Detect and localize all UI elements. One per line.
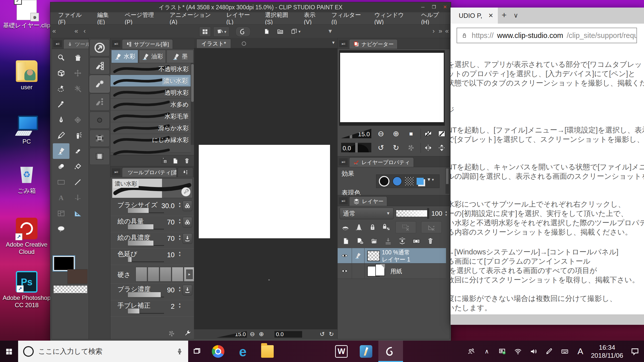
- hardness-step[interactable]: [172, 267, 183, 282]
- layer-color-icon[interactable]: [417, 178, 424, 185]
- reset-all-icon[interactable]: [167, 329, 176, 338]
- dock-palette-button[interactable]: [90, 94, 110, 111]
- main-color-swatch[interactable]: [53, 256, 74, 271]
- canvas-page[interactable]: [199, 145, 330, 238]
- layer-row[interactable]: 用紙: [338, 263, 446, 279]
- taskbar-app-button[interactable]: [354, 341, 378, 362]
- subtool-brush-row[interactable]: 濃い水彩: [110, 75, 191, 87]
- new-tab-icon[interactable]: +: [497, 10, 511, 21]
- command-bar-more-icon[interactable]: ▾: [329, 27, 332, 35]
- tab-menu-chevron-icon[interactable]: ∨: [513, 12, 518, 19]
- navigator-zoom-slider[interactable]: 15.0: [341, 129, 371, 138]
- people-icon[interactable]: [463, 341, 479, 362]
- open-file-button[interactable]: [275, 27, 286, 36]
- csp-title-bar[interactable]: イラスト* (A4 3508 x 2480px 300dpi 15.0%) - …: [50, 2, 451, 12]
- menu-item[interactable]: レイヤー(L): [222, 11, 261, 26]
- dock-collapse-left-icon[interactable]: «: [52, 27, 56, 35]
- document-switch-icon[interactable]: [242, 41, 246, 46]
- advanced-settings-wrench-icon[interactable]: [180, 186, 191, 197]
- layer-property-tab[interactable]: レイヤープロパティ: [349, 157, 414, 167]
- workspace-grid-button[interactable]: [199, 27, 211, 37]
- value-spinner[interactable]: [178, 302, 181, 309]
- tool-button[interactable]: [69, 128, 86, 143]
- rotate-right-icon[interactable]: ↻: [329, 331, 334, 338]
- tool-button[interactable]: [53, 65, 69, 81]
- palette-menu-icon[interactable]: [339, 40, 348, 47]
- tool-button[interactable]: [53, 50, 69, 65]
- parameter-slider[interactable]: [128, 297, 164, 297]
- browser-content[interactable]: を選択し、アプリが表示されている部分で[ワコムタブレット] ットのプロパティ]を…: [451, 47, 644, 315]
- battery-saver-icon[interactable]: [495, 341, 510, 362]
- hidden-icons-chevron-icon[interactable]: ∧: [479, 341, 495, 362]
- dock-collapse-icon[interactable]: ›: [432, 27, 435, 35]
- canvas-rotation-slider[interactable]: 0.0: [274, 331, 302, 338]
- new-folder-icon[interactable]: [370, 237, 378, 245]
- microphone-icon[interactable]: [176, 348, 183, 355]
- dock-palette-button[interactable]: [90, 57, 110, 74]
- tool-button[interactable]: [69, 50, 86, 65]
- tool-button[interactable]: [69, 65, 86, 81]
- layer-color-dropdown-icon[interactable]: [427, 177, 434, 186]
- fit-to-screen-icon[interactable]: [436, 128, 447, 139]
- value-spinner[interactable]: [178, 234, 181, 241]
- taskbar-app-button[interactable]: [378, 341, 403, 362]
- subtool-brush-row[interactable]: 滑らか水彩: [110, 122, 191, 134]
- desktop-icon[interactable]: ✓๑ 基礎レイヤー.clip: [2, 0, 52, 29]
- border-color-icon[interactable]: [392, 176, 402, 186]
- subtool-brush-row[interactable]: 水彩毛筆: [110, 110, 191, 122]
- delete-layer-icon[interactable]: [426, 237, 435, 245]
- clipping-mask-icon[interactable]: [341, 223, 350, 232]
- dock-palette-button[interactable]: [90, 112, 110, 129]
- eye-icon[interactable]: [341, 267, 348, 275]
- rotate-canvas-button[interactable]: [213, 27, 229, 37]
- palette-menu-icon[interactable]: [339, 197, 348, 204]
- navigator-preview[interactable]: [339, 50, 445, 126]
- layer-property-scrollbar[interactable]: [446, 168, 449, 194]
- tool-button[interactable]: [53, 112, 69, 128]
- opacity-slider[interactable]: [396, 210, 429, 217]
- subtool-palette-tab[interactable]: サブツール[筆]: [122, 39, 173, 49]
- menu-item[interactable]: ヘルプ(H): [417, 11, 451, 26]
- menu-item[interactable]: 編集(E): [93, 11, 120, 26]
- tool-button[interactable]: [69, 81, 86, 97]
- transfer-layer-icon[interactable]: [398, 237, 407, 245]
- menu-item[interactable]: ページ管理(P): [120, 11, 165, 26]
- taskbar-app-button[interactable]: [206, 341, 230, 362]
- dynamics-button[interactable]: [183, 201, 192, 211]
- taskbar-clock[interactable]: 16:34 2018/11/06: [588, 343, 626, 359]
- tool-button[interactable]: [53, 81, 69, 97]
- ruler-range-button[interactable]: [421, 221, 442, 233]
- tool-button[interactable]: [53, 159, 69, 174]
- subtool-brush-row[interactable]: [110, 145, 191, 153]
- opacity-spinner[interactable]: [445, 210, 448, 217]
- zoom-out-icon[interactable]: ⊖: [250, 331, 255, 338]
- tool-button[interactable]: [53, 206, 69, 221]
- settings-wrench-icon[interactable]: [183, 329, 192, 338]
- subtool-group-tab[interactable]: 水彩: [111, 50, 138, 63]
- sub-color-swatch[interactable]: [67, 269, 88, 284]
- desktop-icon[interactable]: user: [2, 60, 52, 91]
- dynamics-button[interactable]: [183, 233, 192, 244]
- tool-property-tab[interactable]: ツールプロパティ[濃い水彩: [122, 167, 177, 177]
- value-spinner[interactable]: [178, 286, 181, 292]
- parameter-slider[interactable]: [128, 313, 164, 314]
- menu-item[interactable]: ファイル(F): [54, 11, 93, 26]
- tool-button[interactable]: [53, 97, 69, 112]
- hardness-more-button[interactable]: [186, 269, 193, 279]
- tab-close-icon[interactable]: ✕: [488, 12, 493, 19]
- close-icon[interactable]: [441, 4, 449, 10]
- ime-mode-indicator[interactable]: A: [573, 341, 588, 362]
- new-file-button[interactable]: [261, 27, 272, 36]
- blend-mode-select[interactable]: 通常: [340, 208, 393, 219]
- wifi-icon[interactable]: [510, 341, 526, 362]
- palette-menu-icon[interactable]: [53, 40, 62, 47]
- tool-button[interactable]: [69, 221, 86, 237]
- lock-layer-icon[interactable]: [368, 223, 377, 232]
- dock-palette-button[interactable]: [90, 130, 110, 147]
- lock-transparent-pixels-icon[interactable]: [382, 223, 390, 232]
- dock-collapse-icon[interactable]: »: [439, 27, 442, 35]
- value-spinner[interactable]: [178, 218, 181, 224]
- checkbox-icon[interactable]: ✓: [14, 0, 22, 5]
- fit-to-window-icon[interactable]: [423, 128, 434, 139]
- subtool-brush-row[interactable]: にじみ縁水彩: [110, 134, 191, 145]
